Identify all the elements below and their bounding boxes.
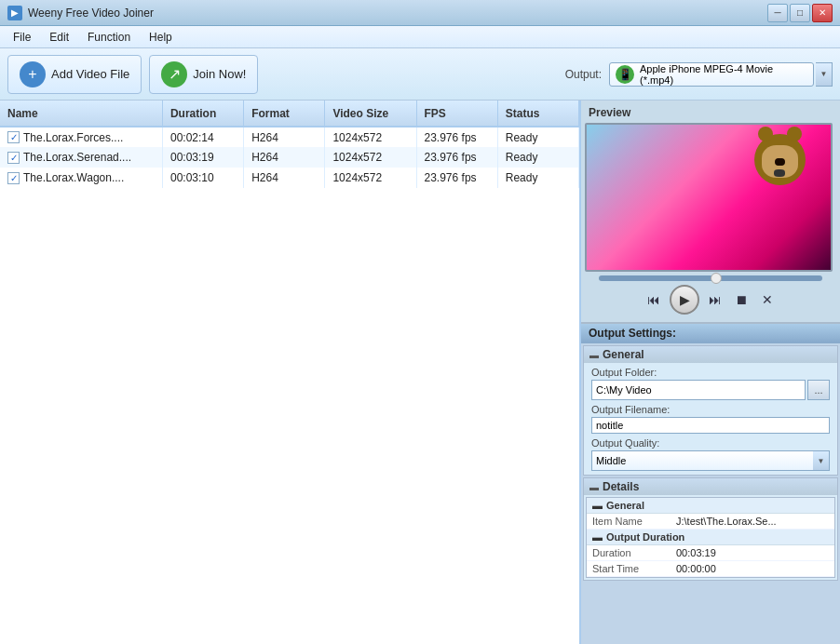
table-row[interactable]: ✓ The.Lorax.Wagon.... 00:03:10 H264 1024…	[0, 168, 579, 188]
settings-general-header[interactable]: ▬ General	[584, 346, 837, 363]
title-bar: ▶ Weeny Free Video Joiner ─ □ ✕	[0, 0, 840, 26]
join-icon: ↗	[161, 61, 187, 87]
stop-button[interactable]: ⏹	[731, 289, 752, 310]
settings-general-group: ▬ General Output Folder: ... Output File…	[583, 345, 838, 476]
skip-forward-button[interactable]: ⏭	[705, 289, 725, 310]
row-check-wrap: ✓ The.Lorax.Wagon....	[7, 171, 155, 184]
menu-file[interactable]: File	[4, 29, 40, 46]
title-bar-left: ▶ Weeny Free Video Joiner	[7, 6, 154, 20]
bear-face	[762, 145, 798, 178]
minimize-button[interactable]: ─	[767, 4, 788, 22]
cell-format: H264	[244, 168, 325, 188]
app-icon: ▶	[7, 6, 22, 20]
quality-select[interactable]: Low Middle High	[591, 450, 830, 471]
start-time-key: Start Time	[592, 563, 676, 574]
output-label: Output:	[565, 68, 602, 81]
preview-video	[585, 123, 833, 272]
quality-setting: Output Quality: Low Middle High ▼	[591, 437, 830, 471]
bear-nose	[774, 169, 785, 177]
cell-format: H264	[244, 127, 325, 147]
bear-character	[747, 134, 812, 218]
quality-label: Output Quality:	[591, 437, 830, 449]
cell-video-size: 1024x572	[325, 147, 416, 168]
menu-help[interactable]: Help	[140, 29, 182, 46]
table-row[interactable]: ✓ The.Lorax.Forces.... 00:02:14 H264 102…	[0, 127, 579, 147]
details-header[interactable]: ▬ Details	[584, 478, 837, 495]
quality-select-wrap: Low Middle High ▼	[591, 450, 830, 471]
filename-input[interactable]	[591, 417, 830, 434]
menu-function[interactable]: Function	[78, 29, 140, 46]
output-format-dropdown-button[interactable]: ▼	[816, 62, 833, 87]
collapse-general-icon: ▬	[589, 350, 599, 360]
col-status: Status	[497, 101, 578, 127]
file-name: The.Lorax.Serenad....	[23, 151, 131, 164]
add-icon: +	[20, 61, 46, 87]
cell-duration: 00:03:19	[162, 147, 243, 168]
bear-ear-left	[758, 127, 773, 141]
window-title: Weeny Free Video Joiner	[28, 7, 154, 20]
main-layout: Name Duration Format Video Size FPS Stat…	[0, 101, 840, 644]
close-preview-button[interactable]: ✕	[757, 289, 778, 310]
details-output-duration-header: ▬ Output Duration	[587, 530, 834, 545]
col-fps: FPS	[416, 101, 497, 127]
join-now-label: Join Now!	[193, 67, 246, 81]
cell-name: ✓ The.Lorax.Forces....	[0, 127, 162, 147]
start-time-row: Start Time 00:00:00	[587, 561, 834, 577]
cell-fps: 23.976 fps	[416, 168, 497, 188]
item-name-row: Item Name J:\test\The.Lorax.Se...	[587, 514, 834, 530]
table-row[interactable]: ✓ The.Lorax.Serenad.... 00:03:19 H264 10…	[0, 147, 579, 168]
file-name: The.Lorax.Wagon....	[23, 171, 124, 184]
item-name-value: J:\test\The.Lorax.Se...	[676, 516, 829, 527]
play-button[interactable]: ▶	[670, 285, 699, 315]
output-format-select[interactable]: 📱 Apple iPhone MPEG-4 Movie (*.mp4)	[609, 62, 814, 87]
output-section: Output: 📱 Apple iPhone MPEG-4 Movie (*.m…	[565, 62, 833, 87]
cell-video-size: 1024x572	[325, 168, 416, 188]
cell-video-size: 1024x572	[325, 127, 416, 147]
collapse-details-icon: ▬	[589, 482, 599, 492]
close-button[interactable]: ✕	[812, 4, 833, 22]
cell-status: Ready	[497, 147, 578, 168]
seekbar-thumb[interactable]	[711, 273, 722, 284]
folder-input-wrap: ...	[591, 380, 830, 400]
collapse-duration-icon: ▬	[592, 531, 603, 543]
add-video-button[interactable]: + Add Video File	[7, 55, 142, 94]
cell-duration: 00:02:14	[162, 127, 243, 147]
preview-section: Preview	[581, 101, 840, 322]
file-panel: Name Duration Format Video Size FPS Stat…	[0, 101, 581, 644]
preview-seekbar[interactable]	[599, 275, 822, 281]
details-section: ▬ Details ▬ General Item Name J:\test\Th…	[583, 477, 838, 581]
output-select-wrap: 📱 Apple iPhone MPEG-4 Movie (*.mp4) ▼	[609, 62, 833, 87]
preview-frame	[587, 125, 831, 270]
cell-duration: 00:03:10	[162, 168, 243, 188]
folder-input[interactable]	[591, 380, 806, 400]
output-format-text: Apple iPhone MPEG-4 Movie (*.mp4)	[640, 63, 807, 86]
collapse-general-details-icon: ▬	[592, 500, 603, 511]
bear-eye-right	[778, 158, 785, 166]
menu-edit[interactable]: Edit	[40, 29, 78, 46]
folder-browse-button[interactable]: ...	[807, 380, 830, 400]
preview-label: Preview	[585, 104, 836, 123]
output-settings-panel: Output Settings: ▬ General Output Folder…	[581, 322, 840, 644]
row-checkbox[interactable]: ✓	[7, 131, 20, 143]
join-now-button[interactable]: ↗ Join Now!	[149, 55, 258, 94]
right-panel: Preview	[581, 101, 840, 644]
details-content: ▬ General Item Name J:\test\The.Lorax.Se…	[586, 497, 835, 578]
file-name: The.Lorax.Forces....	[23, 131, 123, 144]
row-check-wrap: ✓ The.Lorax.Serenad....	[7, 151, 155, 164]
output-settings-header: Output Settings:	[581, 324, 840, 343]
duration-row: Duration 00:03:19	[587, 545, 834, 561]
start-time-value: 00:00:00	[676, 563, 829, 574]
row-checkbox[interactable]: ✓	[7, 172, 20, 184]
filename-setting: Output Filename:	[591, 404, 830, 434]
cell-name: ✓ The.Lorax.Wagon....	[0, 168, 162, 188]
skip-back-button[interactable]: ⏮	[644, 289, 664, 310]
folder-setting: Output Folder: ...	[591, 367, 830, 400]
duration-key: Duration	[592, 547, 676, 558]
table-header-row: Name Duration Format Video Size FPS Stat…	[0, 101, 579, 127]
col-video-size: Video Size	[325, 101, 416, 127]
toolbar: + Add Video File ↗ Join Now! Output: 📱 A…	[0, 48, 840, 101]
maximize-button[interactable]: □	[790, 4, 810, 22]
row-checkbox[interactable]: ✓	[7, 152, 20, 164]
duration-value: 00:03:19	[676, 547, 829, 558]
col-format: Format	[244, 101, 325, 127]
